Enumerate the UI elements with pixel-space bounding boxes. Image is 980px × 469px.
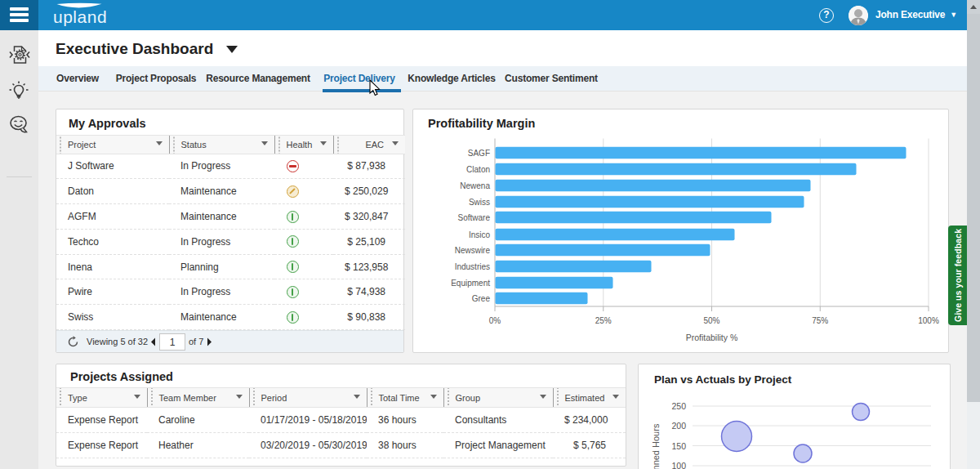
svg-text:100%: 100% xyxy=(918,316,939,325)
svg-text:250: 250 xyxy=(671,401,686,411)
svg-text:upland: upland xyxy=(53,7,107,26)
svg-text:Industries: Industries xyxy=(455,262,490,271)
svg-text:200: 200 xyxy=(671,421,686,431)
svg-text:150: 150 xyxy=(671,441,686,451)
svg-text:0%: 0% xyxy=(489,316,501,325)
svg-text:Newena: Newena xyxy=(460,181,490,190)
svg-text:SAGF: SAGF xyxy=(468,149,490,158)
svg-text:25%: 25% xyxy=(595,316,612,325)
svg-text:100: 100 xyxy=(671,461,686,469)
svg-text:Software: Software xyxy=(458,213,491,222)
svg-text:Gree: Gree xyxy=(472,294,491,303)
svg-text:Planned Hours: Planned Hours xyxy=(651,423,661,469)
svg-text:Equipment: Equipment xyxy=(451,279,490,288)
svg-text:50%: 50% xyxy=(703,316,719,325)
svg-text:Insico: Insico xyxy=(469,230,491,239)
svg-text:Claton: Claton xyxy=(466,165,490,174)
svg-text:75%: 75% xyxy=(812,316,828,325)
svg-text:Swiss: Swiss xyxy=(469,198,490,207)
svg-text:Profitability %: Profitability % xyxy=(686,333,738,342)
svg-text:Newswire: Newswire xyxy=(455,246,491,255)
